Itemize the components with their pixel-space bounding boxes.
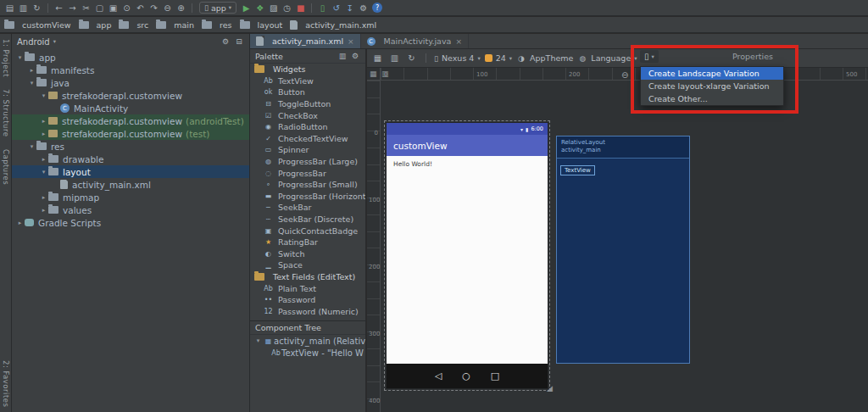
expand-arrow-icon[interactable]: ▾ [253,337,263,344]
language-selector[interactable]: ◍Language▾ [577,52,637,64]
palette-section-widgets[interactable]: Widgets [250,64,365,75]
tree-item-res[interactable]: ▾res [12,140,249,153]
tree-item-package-androidtest[interactable]: ▸strefakoderapl.customview(androidTest) [12,114,249,127]
hello-world-textview[interactable]: Hello World! [393,160,432,168]
tree-item-package[interactable]: ▾strefakoderapl.customview [12,89,249,102]
palette-item-seekbar-discrete[interactable]: ┄SeekBar (Discrete) [250,214,365,225]
theme-selector[interactable]: ◑AppTheme [516,52,573,64]
tree-item-values[interactable]: ▸values [12,203,249,216]
save-all-icon[interactable]: ▥ [17,2,30,14]
menu-item-create-landscape-variation[interactable]: Create Landscape Variation [641,67,783,80]
collapse-all-icon[interactable]: ⊟ [234,36,244,48]
tool-button-project[interactable]: 1: Project [2,39,10,77]
profile-icon[interactable]: ◷ [281,2,293,14]
tree-item-mainactivity[interactable]: CMainActivity [12,102,249,114]
palette-item-checkbox[interactable]: ☑CheckBox [250,109,365,121]
palette-item-checkedtextview[interactable]: ✓CheckedTextView [250,133,365,145]
blueprint-textview[interactable]: TextView [560,165,595,175]
open-project-icon[interactable]: ▤ [3,2,16,14]
design-preview-device[interactable]: ▾ ▮ 6:00 customView Hello World! ◁ ○ □ [387,123,548,388]
component-tree-textview[interactable]: AbTextView - "Hello W [250,347,365,359]
undo-icon[interactable]: ↶ [134,2,147,14]
breadcrumb-item-main[interactable]: main [156,20,194,30]
project-view-selector[interactable]: Android [17,37,50,47]
palette-item-progressbar-small[interactable]: ∘ProgressBar (Small) [250,179,365,191]
expand-arrow-icon[interactable]: ▾ [27,143,36,150]
tree-item-gradle-scripts[interactable]: ▸Gradle Scripts [12,216,249,229]
tab-mainactivity-java[interactable]: C MainActivity.java × [361,34,469,48]
palette-item-space[interactable]: ▁Space [250,259,365,271]
view-options-icon[interactable]: ▥ [337,50,348,63]
project-structure-icon[interactable]: ⚙ [357,2,370,14]
expand-arrow-icon[interactable]: ▸ [39,131,48,137]
grid-toggle-icon[interactable]: ▦ [370,70,377,78]
run-icon[interactable]: ▶ [240,2,253,14]
redo-icon[interactable]: ↷ [147,2,160,14]
gear-icon[interactable]: ⚙ [350,50,360,63]
design-mode-icon[interactable]: ▦ [371,52,384,64]
tree-item-manifests[interactable]: ▸manifests [12,64,249,76]
palette-item-progressbar[interactable]: ◌ProgressBar [250,167,365,179]
snap-toggle-icon[interactable]: ▥ [381,70,389,78]
tree-item-app[interactable]: ▾app [12,51,249,64]
stop-icon[interactable]: ■ [294,2,307,14]
sync-icon[interactable]: ↻ [31,2,43,14]
tree-item-java[interactable]: ▾java [12,76,249,89]
palette-item-password[interactable]: ••Password [250,294,365,306]
palette-item-progressbar-horizontal[interactable]: ▬ProgressBar (Horizontal) [250,191,365,203]
run-config-selector[interactable]: ▯ app ▾ [199,2,236,14]
breadcrumb-item-app[interactable]: app [79,20,112,30]
expand-arrow-icon[interactable]: ▾ [27,80,36,86]
expand-arrow-icon[interactable]: ▸ [27,67,36,74]
find-icon[interactable]: ⊙ [120,2,133,14]
tree-item-layout[interactable]: ▾layout [12,165,249,178]
paste-icon[interactable]: ▣ [107,2,120,14]
expand-arrow-icon[interactable]: ▸ [39,118,48,125]
tree-item-mipmap[interactable]: ▸mipmap [12,191,249,203]
forward-icon[interactable]: → [66,2,79,14]
palette-section-textfields[interactable]: Text Fields (EditText) [250,271,365,283]
palette-item-button[interactable]: okButton [250,86,365,98]
device-selector[interactable]: ▯Nexus 4▾ [434,53,481,63]
palette-item-spinner[interactable]: ▭Spinner [250,144,365,156]
tab-activity-main-xml[interactable]: activity_main.xml × [250,34,361,48]
debug-icon[interactable]: ❖ [253,2,266,14]
properties-panel-title[interactable]: Properties [732,52,773,61]
tree-item-package-test[interactable]: ▸strefakoderapl.customview(test) [12,127,249,140]
tree-item-activity-main-xml[interactable]: activity_main.xml [12,178,249,191]
palette-item-seekbar[interactable]: ─SeekBar [250,202,365,214]
palette-item-radiobutton[interactable]: ◉RadioButton [250,121,365,133]
back-icon[interactable]: ← [53,2,65,14]
palette-item-ratingbar[interactable]: ★RatingBar [250,237,365,248]
tool-button-structure[interactable]: 7: Structure [2,89,10,137]
menu-item-create-other[interactable]: Create Other... [641,92,783,105]
copy-icon[interactable]: ▢ [93,2,106,14]
gradle-sync-icon[interactable]: ↺ [330,2,342,14]
breadcrumb-item-customview[interactable]: customView [4,20,71,30]
orientation-variation-button[interactable]: ▯ ▾ [640,50,659,63]
expand-arrow-icon[interactable]: ▾ [39,169,48,175]
palette-item-password-numeric[interactable]: 12Password (Numeric) [250,305,365,317]
expand-arrow-icon[interactable]: ▸ [39,156,48,163]
zoom-out-icon[interactable]: ⊖ [161,2,174,14]
palette-item-progressbar-large[interactable]: ◍ProgressBar (Large) [250,156,365,168]
palette-item-plain-text[interactable]: AbPlain Text [250,282,365,294]
api-level-selector[interactable]: 24▾ [485,53,512,63]
blueprint-preview[interactable]: RelativeLayout activity_main TextView [556,136,690,364]
zoom-in-icon[interactable]: ⊕ [175,2,187,14]
close-icon[interactable]: × [348,37,354,46]
expand-arrow-icon[interactable]: ▸ [15,220,25,226]
expand-arrow-icon[interactable]: ▾ [15,54,25,61]
resize-handle[interactable]: ◢ [547,384,553,393]
palette-item-textview[interactable]: AbTextView [250,75,365,87]
help-icon[interactable]: ? [372,3,382,13]
blueprint-mode-icon[interactable]: ▥ [388,52,401,64]
breadcrumb-item-activity-main-xml[interactable]: activity_main.xml [290,20,376,30]
breadcrumb-item-layout[interactable]: layout [240,20,283,30]
device-screen[interactable]: Hello World! [387,156,548,364]
expand-arrow-icon[interactable]: ▾ [39,92,48,99]
palette-item-togglebutton[interactable]: ⊟ToggleButton [250,98,365,110]
tree-item-drawable[interactable]: ▸drawable [12,153,249,165]
zoom-out-icon[interactable]: ⊖ [621,70,628,80]
palette-item-switch[interactable]: ◐Switch [250,248,365,260]
